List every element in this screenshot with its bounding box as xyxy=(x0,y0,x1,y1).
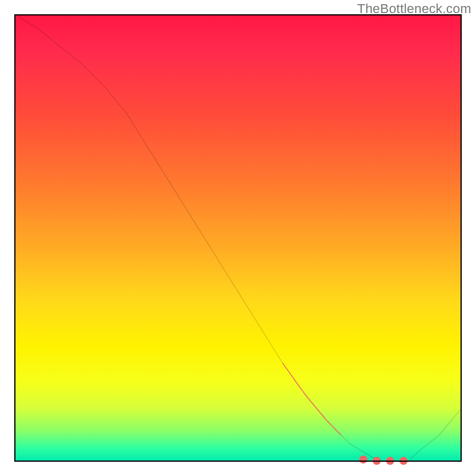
chart-container: TheBottleneck.com xyxy=(0,0,476,476)
highlight-dot xyxy=(386,457,394,465)
chart-line xyxy=(14,14,462,462)
highlight-dots xyxy=(359,455,408,465)
chart-svg xyxy=(14,14,462,462)
highlight-dot xyxy=(359,455,368,464)
highlight-segment xyxy=(283,364,341,435)
highlight-dot xyxy=(372,457,381,465)
highlight-dot xyxy=(399,457,408,465)
